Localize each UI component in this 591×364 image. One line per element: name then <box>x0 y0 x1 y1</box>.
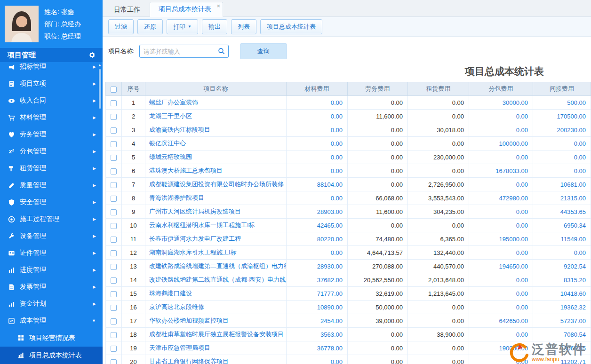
project-name-link[interactable]: 成都杜甫草堂临时展厅独立展柜报警设备安装项目 <box>149 331 284 338</box>
sidebar-item[interactable]: 施工过程管理▶ <box>0 211 103 228</box>
cell-material-cost[interactable]: 0.00 <box>287 164 348 178</box>
cell-material-cost[interactable]: 10890.00 <box>287 301 348 314</box>
cell-material-cost[interactable]: 71777.00 <box>287 287 348 301</box>
toolbar-button[interactable]: 还原 <box>137 19 163 34</box>
row-checkbox[interactable] <box>111 237 117 243</box>
gear-icon[interactable] <box>88 51 96 59</box>
cell-material-cost[interactable]: 2454.00 <box>287 314 348 328</box>
row-checkbox[interactable] <box>111 141 117 147</box>
cell-subcontract-cost[interactable]: 0.00 <box>469 273 533 287</box>
sidebar-item[interactable]: 资金计划▶ <box>0 295 103 312</box>
sidebar-item[interactable]: 成本管理▼ <box>0 312 103 329</box>
cell-material-cost[interactable]: 28930.00 <box>287 260 348 273</box>
row-checkbox[interactable] <box>111 305 117 311</box>
query-button[interactable]: 查询 <box>240 43 287 59</box>
row-checkbox[interactable] <box>111 223 117 229</box>
cell-indirect-cost[interactable]: 500.00 <box>533 96 591 110</box>
project-name-link[interactable]: 龙湖三千里小区 <box>149 112 192 119</box>
cell-indirect-cost[interactable]: 57237.00 <box>533 314 591 328</box>
select-all-checkbox[interactable] <box>111 87 117 93</box>
sidebar-item[interactable]: 发票管理▶ <box>0 278 103 295</box>
cell-material-cost[interactable]: 28903.00 <box>287 205 348 219</box>
toolbar-button[interactable]: 打印▼ <box>167 19 198 34</box>
row-checkbox[interactable] <box>111 264 117 270</box>
row-checkbox[interactable] <box>111 250 117 256</box>
sidebar-item[interactable]: 证件管理▶ <box>0 245 103 261</box>
cell-indirect-cost[interactable]: 19362.32 <box>533 301 591 314</box>
cell-subcontract-cost[interactable]: 194650.00 <box>469 260 533 273</box>
row-checkbox[interactable] <box>111 291 117 297</box>
close-icon[interactable]: × <box>216 3 220 9</box>
project-name-link[interactable]: 绿城云栖玫瑰园 <box>149 153 192 160</box>
project-name-link[interactable]: 京沪高速北京段维修 <box>149 303 204 310</box>
cell-material-cost[interactable]: 0.00 <box>287 123 348 137</box>
cell-material-cost[interactable]: 0.00 <box>287 150 348 164</box>
cell-subcontract-cost[interactable]: 0.00 <box>469 110 533 123</box>
tab[interactable]: 日常工作 <box>105 2 149 16</box>
cell-material-cost[interactable]: 0.00 <box>287 96 348 110</box>
cell-subcontract-cost[interactable]: 0.00 <box>469 301 533 314</box>
cell-subcontract-cost[interactable]: 0.00 <box>469 178 533 191</box>
project-name-link[interactable]: 成渝高铁内江标段项目 <box>149 126 210 133</box>
cell-subcontract-cost[interactable]: 100000.00 <box>469 137 533 150</box>
project-name-link[interactable]: 甘肃省工商银行网络保养项目 <box>149 358 229 364</box>
project-name-link[interactable]: 螺丝厂办公室装饰 <box>149 99 198 106</box>
cell-material-cost[interactable]: 0.00 <box>287 137 348 150</box>
cell-material-cost[interactable]: 0.00 <box>287 246 348 260</box>
cell-indirect-cost[interactable]: 10418.60 <box>533 287 591 301</box>
row-checkbox[interactable] <box>111 155 117 161</box>
row-checkbox[interactable] <box>111 346 117 352</box>
cell-subcontract-cost[interactable]: 0.00 <box>469 355 533 364</box>
cell-subcontract-cost[interactable]: 642650.00 <box>469 314 533 328</box>
cell-indirect-cost[interactable]: 44353.65 <box>533 205 591 219</box>
sidebar-item[interactable]: 招标管理▶ <box>0 62 103 75</box>
cell-material-cost[interactable]: 42465.00 <box>287 219 348 232</box>
sidebar-subitem[interactable]: 项目总成本统计表 <box>0 347 103 364</box>
project-name-link[interactable]: 湖南洞庭湖水库引水工程施工I标 <box>149 249 237 256</box>
cell-subcontract-cost[interactable]: 190000.00 <box>469 341 533 355</box>
cell-subcontract-cost[interactable]: 0.00 <box>469 328 533 341</box>
row-checkbox[interactable] <box>111 182 117 188</box>
row-checkbox[interactable] <box>111 277 117 284</box>
sidebar-item[interactable]: 收入合同▶ <box>0 92 103 109</box>
cell-material-cost[interactable]: 0.00 <box>287 110 348 123</box>
cell-indirect-cost[interactable]: 11549.00 <box>533 232 591 246</box>
cell-indirect-cost[interactable]: 0.00 <box>533 150 591 164</box>
project-name-link[interactable]: 青海洪湖养护院项目 <box>149 194 204 201</box>
toolbar-button[interactable]: 列表 <box>231 19 256 34</box>
toolbar-button[interactable]: 项目总成本统计表 <box>260 19 322 34</box>
cell-subcontract-cost[interactable]: 0.00 <box>469 205 533 219</box>
project-name-link[interactable]: 广州市天河区统计局机房改造项目 <box>149 208 241 215</box>
project-name-link[interactable]: 成都能源建设集团投资有限公司临时办公场所装修 <box>149 181 284 188</box>
project-name-link[interactable]: 珠海鹤港口建设 <box>149 290 192 297</box>
cell-indirect-cost[interactable]: 9202.54 <box>533 260 591 273</box>
project-name-link[interactable]: 长春市伊通河水力发电厂改建工程 <box>149 235 241 242</box>
tab[interactable]: 项目总成本统计表× <box>150 2 223 17</box>
row-checkbox[interactable] <box>111 114 117 120</box>
cell-subcontract-cost[interactable]: 0.00 <box>469 123 533 137</box>
cell-material-cost[interactable]: 3563.00 <box>287 328 348 341</box>
cell-material-cost[interactable]: 0.00 <box>287 191 348 205</box>
sidebar-item[interactable]: 进度管理▶ <box>0 261 103 278</box>
cell-indirect-cost[interactable]: 6950.34 <box>533 219 591 232</box>
toolbar-button[interactable]: 输出 <box>202 19 227 34</box>
cell-indirect-cost[interactable]: 13065.65 <box>533 341 591 355</box>
row-checkbox[interactable] <box>111 196 117 202</box>
row-checkbox[interactable] <box>111 168 117 174</box>
cell-subcontract-cost[interactable]: 30000.00 <box>469 96 533 110</box>
cell-indirect-cost[interactable]: 7080.54 <box>533 328 591 341</box>
cell-subcontract-cost[interactable]: 195000.00 <box>469 232 533 246</box>
cell-indirect-cost[interactable]: 8315.20 <box>533 273 591 287</box>
row-checkbox[interactable] <box>111 359 117 364</box>
cell-subcontract-cost[interactable]: 0.00 <box>469 150 533 164</box>
sidebar-item[interactable]: 项目立项▶ <box>0 75 103 92</box>
project-name-link[interactable]: 港珠澳大桥施工总承包项目 <box>149 167 223 174</box>
cell-subcontract-cost[interactable]: 0.00 <box>469 219 533 232</box>
project-name-link[interactable]: 华软办公楼增加视频监控项目 <box>149 317 229 324</box>
project-name-input[interactable] <box>139 45 229 58</box>
sidebar-item[interactable]: 租赁管理▶ <box>0 160 103 177</box>
cell-subcontract-cost[interactable]: 472980.00 <box>469 191 533 205</box>
project-name-link[interactable]: 云南水利枢纽潜明水库一期工程施工I标 <box>149 222 255 229</box>
cell-indirect-cost[interactable]: 200230.00 <box>533 123 591 137</box>
cell-indirect-cost[interactable]: 11202.71 <box>533 355 591 364</box>
